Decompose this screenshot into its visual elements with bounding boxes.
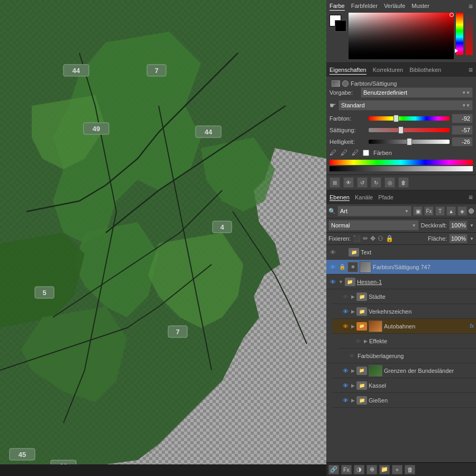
layer-staedte[interactable]: 👁 ▶ 📁 Städte — [333, 289, 476, 304]
farbton-slider[interactable] — [369, 116, 450, 121]
layer-effekte[interactable]: 👁 ▶ Effekte — [339, 334, 476, 349]
link-layers-btn[interactable]: 🔗 — [328, 465, 339, 474]
fix-lock-icon[interactable]: ⚇ — [378, 235, 383, 242]
layer-autobahnen[interactable]: 👁 ▶ 📁 Autobahnen fx — [333, 319, 476, 334]
layer-fx-auto: fx — [470, 323, 474, 329]
chevron-giessen[interactable]: ▶ — [351, 398, 355, 403]
layer-grenzen[interactable]: 👁 ▶ 📁 Grenzen der Bundesländer — [333, 363, 476, 378]
layer-name-effekte: Effekte — [369, 338, 474, 344]
opacity-strip[interactable] — [465, 13, 473, 55]
background-swatch[interactable] — [335, 20, 346, 32]
layer-text[interactable]: 👁 📁 Text — [326, 245, 476, 260]
layer-hessen[interactable]: 👁 ▼ 📁 Hessen-1 — [326, 274, 476, 289]
farbton-thumb[interactable] — [393, 115, 399, 122]
trash-icon[interactable]: 🗑 — [398, 177, 409, 188]
hue-strip[interactable] — [456, 13, 463, 55]
svg-text:4: 4 — [220, 223, 224, 231]
filter-type-btn[interactable]: T — [435, 206, 445, 216]
layer-eye-verkehr[interactable]: 👁 — [341, 307, 350, 316]
layer-verkehr[interactable]: 👁 ▶ 📁 Verkehrszeichen — [333, 304, 476, 319]
filter-shape-btn[interactable]: ▲ — [446, 206, 456, 216]
adjustment-layer-btn[interactable]: ⊕ — [367, 465, 377, 474]
layer-farbüber[interactable]: 👁 Farbüberlagerung — [326, 349, 476, 363]
tab-eigenschaften[interactable]: Eigenschaften — [329, 66, 367, 75]
eyedropper3-icon[interactable]: 🖊 — [352, 149, 359, 157]
new-layer-btn[interactable]: + — [392, 465, 402, 474]
layer-eye-staedte[interactable]: 👁 — [341, 292, 350, 301]
standard-dropdown[interactable]: Standard ▼ — [338, 100, 473, 111]
layer-folder-giessen: 📁 — [356, 396, 367, 405]
eyedropper1-icon[interactable]: 🖊 — [329, 149, 336, 157]
fix-pixel-icon[interactable]: ⬛ — [353, 235, 361, 242]
blend-mode-dropdown[interactable]: Normal ▼ — [328, 220, 419, 231]
farben-checkbox[interactable] — [363, 150, 369, 156]
tab-pfade[interactable]: Pfade — [378, 194, 393, 201]
chevron-grenzen[interactable]: ▶ — [351, 368, 355, 373]
new-group-btn[interactable]: 📁 — [379, 465, 390, 474]
helligkeit-slider[interactable] — [369, 140, 450, 144]
refresh-icon[interactable]: ↺ — [357, 177, 368, 188]
eye2-icon[interactable]: ◎ — [385, 177, 395, 188]
flaeche-value[interactable]: 100% — [449, 234, 468, 243]
saettigung-thumb[interactable] — [398, 126, 404, 134]
saettigung-value[interactable]: -57 — [452, 125, 473, 135]
eigenschaften-menu-icon[interactable]: ≡ — [469, 66, 473, 74]
layer-eye-text[interactable]: 👁 — [328, 248, 337, 257]
eye-icon[interactable]: 👁 — [343, 177, 354, 188]
layer-eye-farbüber[interactable]: 👁 — [347, 352, 356, 360]
tab-farbe[interactable]: Farbe — [329, 3, 345, 11]
ebenen-menu-icon[interactable]: ≡ — [469, 193, 473, 202]
farbton-value[interactable]: -92 — [452, 114, 473, 123]
tab-farbfelder[interactable]: Farbfelder — [351, 3, 378, 11]
eyedropper2-icon[interactable]: 🖊 — [341, 149, 347, 157]
search-filter-dropdown[interactable]: Art ▼ — [337, 206, 411, 216]
filter-fx-btn[interactable]: Fx — [424, 206, 434, 216]
farbton-label: Farbton: — [329, 115, 367, 122]
color-panel-menu-icon[interactable]: ≡ — [469, 2, 473, 11]
filter-smart-btn[interactable]: ◈ — [457, 206, 467, 216]
tab-verlaeufe[interactable]: Verläufe — [384, 3, 405, 11]
tab-korrekturen[interactable]: Korrekturen — [373, 66, 403, 75]
fix-brush-icon[interactable]: ✏ — [363, 235, 368, 242]
helligkeit-thumb[interactable] — [407, 138, 412, 145]
chevron-kassel[interactable]: ▶ — [351, 383, 355, 388]
delete-layer-btn[interactable]: 🗑 — [405, 465, 415, 474]
layer-eye-hessen[interactable]: 👁 — [328, 278, 337, 286]
layer-giessen[interactable]: 👁 ▶ 📁 Gießen — [333, 393, 476, 408]
right-panel: Farbe Farbfelder Verläufe Muster ≡ — [326, 0, 476, 476]
chevron-hessen[interactable]: ▼ — [338, 279, 343, 285]
layer-eye-giessen[interactable]: 👁 — [341, 396, 350, 405]
layer-lock-farbton[interactable]: 🔒 — [338, 263, 346, 271]
saettigung-slider[interactable] — [369, 128, 450, 132]
add-fx-btn[interactable]: Fx — [341, 465, 352, 474]
fix-move-icon[interactable]: ✥ — [370, 235, 376, 242]
ebenen-search-row: 🔍 Art ▼ ▣ Fx T ▲ ◈ — [326, 204, 476, 218]
layer-eye-effekte[interactable]: 👁 — [354, 337, 362, 345]
tab-bibliotheken[interactable]: Bibliotheken — [409, 66, 441, 75]
add-mask-btn[interactable]: ◑ — [354, 465, 364, 474]
chevron-auto[interactable]: ▶ — [351, 324, 355, 329]
chevron-effekte[interactable]: ▶ — [364, 338, 368, 344]
grid-icon[interactable]: ⊞ — [329, 177, 340, 188]
spectrum-gradient[interactable] — [349, 13, 454, 59]
fix-all-icon[interactable]: 🔒 — [386, 235, 393, 242]
refresh2-icon[interactable]: ↻ — [371, 177, 381, 188]
layer-eye-farbton[interactable]: 👁 — [328, 263, 337, 271]
layer-farbton[interactable]: 👁 🔒 ⊕ Farbton/Sättigung 747 — [326, 260, 476, 274]
filter-pixel-btn[interactable]: ▣ — [413, 206, 423, 216]
filter-toggle[interactable] — [469, 208, 474, 214]
tab-kanaele[interactable]: Kanäle — [355, 194, 373, 201]
layer-eye-grenzen[interactable]: 👁 — [341, 367, 350, 375]
layer-kassel[interactable]: 👁 ▶ 📁 Kassel — [333, 378, 476, 393]
helligkeit-value[interactable]: -26 — [452, 137, 473, 147]
opacity-value[interactable]: 100% — [449, 221, 468, 230]
tab-muster[interactable]: Muster — [411, 3, 429, 11]
eigenschaften-tabs-left: Eigenschaften Korrekturen Bibliotheken — [329, 66, 441, 75]
layer-eye-auto[interactable]: 👁 — [341, 322, 350, 331]
tab-ebenen[interactable]: Ebenen — [329, 194, 350, 201]
main-layout: 44 7 49 44 4 5 7 45 66 — [0, 0, 476, 476]
layer-eye-kassel[interactable]: 👁 — [341, 381, 350, 390]
chevron-verkehr[interactable]: ▶ — [351, 309, 355, 314]
vorgabe-dropdown[interactable]: Benutzerdefiniert ▼ — [361, 87, 473, 98]
chevron-staedte[interactable]: ▶ — [351, 294, 355, 299]
